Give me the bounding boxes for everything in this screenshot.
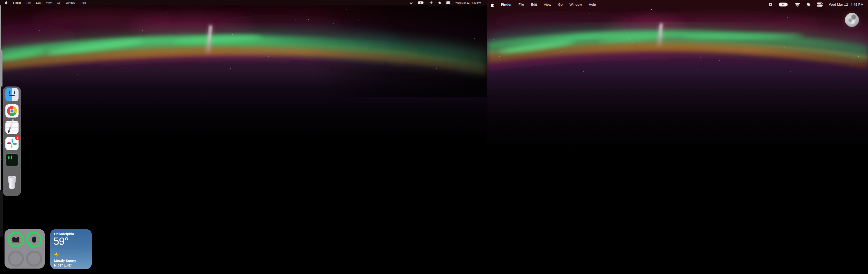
star (385, 43, 385, 44)
dock-finder-icon[interactable] (5, 88, 19, 101)
offscreen-window-edge[interactable] (0, 50, 2, 86)
star (474, 38, 475, 39)
star (586, 35, 587, 35)
star (270, 74, 271, 74)
star (410, 25, 410, 26)
menu-help[interactable]: Help (589, 2, 596, 6)
star (858, 56, 859, 57)
star (698, 69, 698, 70)
running-indicator-chrome (1, 110, 2, 111)
running-indicator-finder (1, 94, 2, 95)
control-center-icon[interactable] (446, 1, 450, 4)
menu-app-name[interactable]: Finder (501, 2, 512, 6)
menu-bar-clock[interactable]: Wed Mar 12 4:49 PM (456, 1, 481, 4)
apple-icon[interactable] (5, 1, 8, 4)
menu-window[interactable]: Window (66, 1, 75, 4)
battery-charging-icon[interactable] (779, 2, 788, 6)
empty-slot-ring (9, 252, 23, 266)
star (744, 21, 744, 22)
star (53, 66, 53, 67)
star (589, 13, 590, 13)
menu-file[interactable]: File (26, 1, 31, 4)
running-indicator-slack (1, 143, 2, 144)
dock-trash-icon[interactable] (5, 174, 19, 190)
star (91, 27, 91, 28)
time-label: 4:49 PM (471, 1, 481, 4)
laptop-icon (11, 237, 20, 243)
star (39, 30, 39, 31)
slack-logo-yellow (11, 144, 12, 148)
star (320, 27, 320, 27)
star (89, 45, 90, 45)
finder-smile (8, 92, 16, 96)
star (205, 36, 206, 36)
weather-widget[interactable]: Philadelphia 59° Mostly Sunny H:59° L:42… (50, 229, 92, 269)
star (371, 71, 372, 71)
star (540, 57, 540, 57)
search-icon[interactable] (438, 1, 441, 4)
dock-terminal-icon[interactable]: $ (5, 153, 19, 166)
star (282, 9, 282, 9)
star (142, 30, 143, 31)
sun-icon (54, 252, 59, 257)
batteries-widget[interactable] (4, 229, 45, 269)
control-center-icon[interactable] (817, 2, 823, 6)
wifi-icon[interactable] (430, 1, 433, 4)
display-right: Finder File Edit View Go Window Help (487, 0, 868, 274)
menu-view[interactable]: View (46, 1, 52, 4)
star (763, 49, 763, 50)
weather-condition: Mostly Sunny (54, 258, 76, 263)
time-label: 4:49 PM (850, 2, 864, 6)
sun-icon[interactable] (769, 2, 773, 6)
star (694, 27, 695, 28)
menu-view[interactable]: View (544, 2, 551, 6)
star (809, 54, 809, 54)
star (423, 52, 423, 52)
star (179, 65, 179, 65)
star (543, 64, 543, 64)
chrome-blue-center (10, 109, 13, 113)
star (499, 56, 500, 57)
mouse-icon (32, 237, 36, 243)
star (64, 41, 64, 42)
dock-notes-icon[interactable] (5, 121, 19, 134)
menu-app-name[interactable]: Finder (13, 1, 21, 4)
star (12, 64, 13, 64)
offscreen-window-edge[interactable] (0, 5, 1, 190)
star (448, 23, 448, 23)
wallpaper-right (487, 0, 868, 274)
star (360, 54, 360, 54)
star (77, 74, 78, 75)
star (268, 56, 269, 57)
trash-bin (5, 174, 19, 190)
slack-logo-green (13, 143, 17, 145)
menu-edit[interactable]: Edit (531, 2, 537, 6)
offscreen-window-edge[interactable] (0, 190, 3, 237)
menu-file[interactable]: File (519, 2, 524, 6)
star (219, 75, 219, 75)
star (167, 12, 167, 12)
star (790, 71, 791, 72)
star (398, 74, 399, 74)
menu-go[interactable]: Go (558, 2, 563, 6)
menu-edit[interactable]: Edit (36, 1, 41, 4)
empty-slot-ring (27, 252, 41, 266)
menu-window[interactable]: Window (569, 2, 582, 6)
apple-icon[interactable] (491, 2, 494, 7)
dock-chrome-icon[interactable] (5, 104, 19, 117)
sun-icon[interactable] (410, 1, 413, 4)
star (436, 68, 437, 69)
battery-charging-icon[interactable] (418, 1, 425, 4)
star (561, 51, 562, 52)
menu-bar-clock[interactable]: Wed Mar 12 4:49 PM (829, 2, 864, 6)
weather-temperature: 59° (53, 235, 68, 247)
star (411, 25, 412, 25)
star (719, 60, 720, 61)
search-icon[interactable] (807, 2, 811, 6)
menu-help[interactable]: Help (81, 1, 86, 4)
dock-slack-icon[interactable] (5, 137, 19, 150)
star (834, 57, 834, 57)
wifi-icon[interactable] (795, 2, 800, 6)
menu-go[interactable]: Go (57, 1, 60, 4)
star (51, 66, 51, 67)
